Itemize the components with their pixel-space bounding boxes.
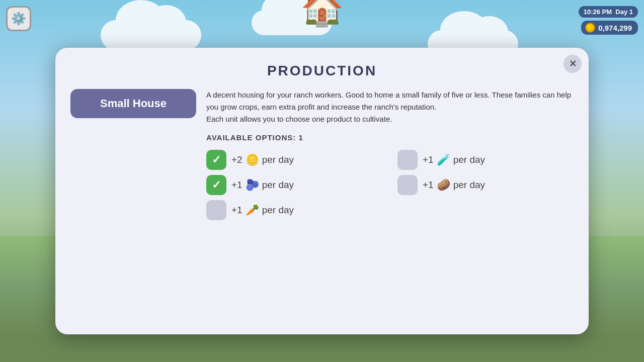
coin-icon (585, 23, 595, 33)
close-button[interactable]: ✕ (564, 55, 582, 73)
coin-emoji: 🪙 (246, 153, 259, 166)
option-berry-checkbox[interactable]: ✓ (206, 175, 226, 195)
gear-icon: ⚙️ (11, 12, 26, 26)
option-potion-text: +1 🧪 per day (423, 153, 485, 166)
modal-body: Small House A decent housing for your ra… (55, 79, 589, 220)
building-name-button[interactable]: Small House (70, 89, 196, 118)
option-potato[interactable]: +1 🥔 per day (397, 175, 574, 195)
hud-time: 10:26 PM Day 1 (579, 6, 638, 18)
option-berry[interactable]: ✓ +1 🫐 per day (206, 175, 382, 195)
option-coin-checkbox[interactable]: ✓ (206, 150, 226, 170)
carrot-emoji: 🥕 (246, 204, 259, 217)
description-panel: A decent housing for your ranch workers.… (206, 89, 574, 220)
building-panel: Small House (70, 89, 196, 220)
option-potato-checkbox[interactable] (397, 175, 418, 195)
money-value: 0,974,299 (598, 24, 632, 32)
option-carrot-text: +1 🥕 per day (231, 204, 294, 217)
option-coin[interactable]: ✓ +2 🪙 per day (206, 150, 382, 170)
checkmark-icon-2: ✓ (212, 178, 221, 192)
potato-emoji: 🥔 (437, 178, 450, 192)
option-potion-checkbox[interactable] (397, 150, 418, 170)
production-modal: ✕ PRODUCTION Small House A decent housin… (55, 48, 589, 334)
hud: 10:26 PM Day 1 0,974,299 (579, 6, 638, 35)
berry-emoji: 🫐 (246, 178, 259, 192)
modal-overlay: 🏠 ✕ PRODUCTION Small House A decent hous… (0, 0, 644, 362)
available-options-label: AVAILABLE OPTIONS: 1 (206, 133, 574, 142)
option-berry-text: +1 🫐 per day (231, 178, 294, 192)
option-carrot-checkbox[interactable] (206, 200, 226, 220)
potion-emoji: 🧪 (437, 153, 450, 166)
settings-button[interactable]: ⚙️ (6, 6, 31, 31)
house-icon: 🏠 (300, 0, 344, 25)
option-potion[interactable]: +1 🧪 per day (397, 150, 574, 170)
modal-header: PRODUCTION (55, 48, 589, 79)
option-coin-text: +2 🪙 per day (231, 153, 294, 166)
option-carrot[interactable]: +1 🥕 per day (206, 200, 382, 220)
option-potato-text: +1 🥔 per day (423, 178, 485, 192)
options-grid: ✓ +2 🪙 per day +1 (206, 150, 574, 220)
checkmark-icon: ✓ (212, 153, 221, 166)
hud-money: 0,974,299 (581, 21, 638, 35)
modal-title: PRODUCTION (75, 63, 569, 79)
description-text: A decent housing for your ranch workers.… (206, 89, 574, 125)
